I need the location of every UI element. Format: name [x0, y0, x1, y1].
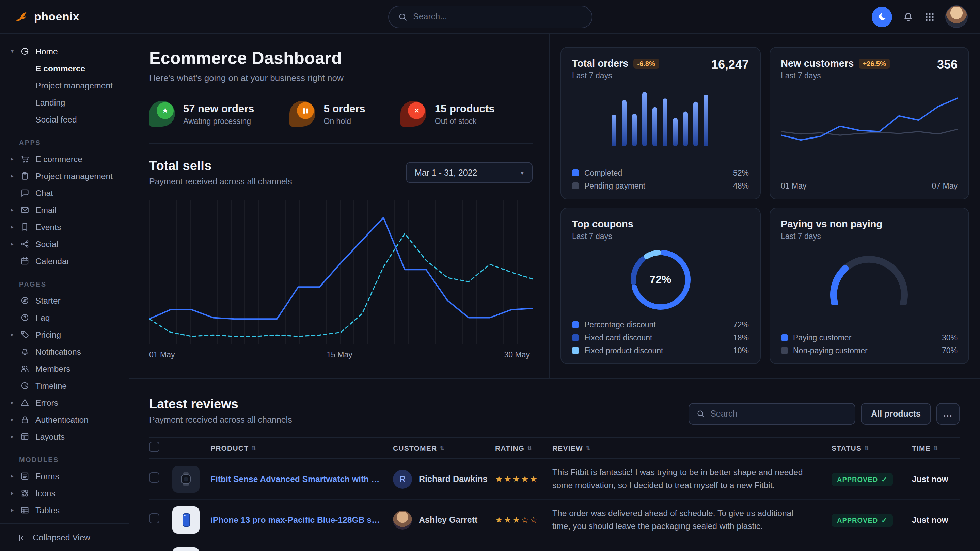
- legend-item: Completed52%: [572, 169, 749, 177]
- sidebar-item-timeline[interactable]: Timeline: [0, 377, 129, 394]
- column-time[interactable]: TIME⇅: [912, 444, 959, 452]
- paying-vs-nonpaying-card: Paying vs non paying Last 7 days Paying …: [769, 208, 969, 364]
- legend-item: Paying customer30%: [781, 333, 958, 342]
- sidebar-item-tables[interactable]: ▸ Tables: [0, 502, 129, 519]
- row-checkbox[interactable]: [149, 472, 159, 483]
- clock-icon: [21, 381, 35, 390]
- sidebar-item-layouts[interactable]: ▸ Layouts: [0, 428, 129, 445]
- chat-icon: [21, 189, 35, 197]
- column-product[interactable]: PRODUCT⇅: [210, 444, 393, 452]
- check-icon: ✓: [881, 475, 888, 483]
- theme-toggle-button[interactable]: [872, 6, 892, 27]
- reviews-search[interactable]: [689, 403, 855, 425]
- apps-grid-icon: [924, 11, 935, 22]
- sort-icon: ⇅: [251, 445, 256, 451]
- status-badge: APPROVED✓: [832, 514, 893, 527]
- sidebar-item-faq[interactable]: Faq: [0, 309, 129, 326]
- sidebar-item-components[interactable]: ▸ Components: [0, 519, 129, 524]
- sidebar-subitem-ecommerce[interactable]: E commerce: [0, 60, 129, 77]
- clipboard-icon: [21, 171, 35, 180]
- top-coupons-card: Top coupons Last 7 days 72% Percentage d…: [560, 208, 760, 364]
- donut-center-value: 72%: [627, 246, 695, 314]
- notifications-button[interactable]: [902, 11, 914, 22]
- sidebar-subitem-social-feed[interactable]: Social feed: [0, 111, 129, 128]
- orders-bar-chart: [609, 86, 712, 148]
- sidebar-item-starter[interactable]: Starter: [0, 292, 129, 309]
- sidebar-item-authentication[interactable]: ▸ Authentication: [0, 411, 129, 428]
- question-circle-icon: [21, 313, 35, 322]
- sort-icon: ⇅: [586, 445, 591, 451]
- top-navbar: phoenix: [0, 0, 980, 34]
- customer-avatar[interactable]: [393, 510, 412, 529]
- pause-icon: [290, 101, 316, 127]
- table-row: Fitbit Sense Advanced Smartwatch with To…: [149, 459, 959, 500]
- global-search[interactable]: [388, 5, 592, 28]
- sidebar-item-icons[interactable]: ▸ Icons: [0, 484, 129, 502]
- sidebar-item-email[interactable]: ▸ Email: [0, 202, 129, 219]
- users-icon: [21, 364, 35, 373]
- customer-cell: R Richard Dawkins: [393, 469, 495, 488]
- legend-item: Percentage discount72%: [572, 321, 749, 329]
- reviews-search-input[interactable]: [710, 409, 847, 419]
- select-all-checkbox[interactable]: [149, 441, 159, 452]
- search-icon: [697, 410, 705, 418]
- product-thumbnail[interactable]: [172, 547, 200, 551]
- sidebar-item-project-management-app[interactable]: ▸ Project management: [0, 167, 129, 184]
- sort-icon: ⇅: [933, 445, 939, 451]
- page-title: Ecommerce Dashboard: [149, 48, 533, 68]
- table-row: iPhone 13 pro max-Pacific Blue-128GB sto…: [149, 500, 959, 540]
- search-icon: [398, 12, 407, 21]
- apps-menu-button[interactable]: [924, 11, 935, 22]
- sidebar-item-errors[interactable]: ▸ Errors: [0, 394, 129, 411]
- product-link: iPhone 13 pro max-Pacific Blue-128GB sto…: [210, 515, 393, 524]
- product-link: Fitbit Sense Advanced Smartwatch with To…: [210, 474, 393, 484]
- chevron-down-icon: ▾: [521, 169, 524, 176]
- sidebar-item-social[interactable]: ▸ Social: [0, 235, 129, 252]
- compass-icon: [21, 296, 35, 305]
- sidebar-subitem-project-management[interactable]: Project management: [0, 77, 129, 94]
- sidebar-section-modules: MODULES: [0, 456, 129, 464]
- sidebar-item-calendar[interactable]: Calendar: [0, 252, 129, 270]
- sidebar-item-forms[interactable]: ▸ Forms: [0, 468, 129, 484]
- sidebar-item-chat[interactable]: Chat: [0, 184, 129, 202]
- total-orders-card: Total orders-6.8% Last 7 days 16,247 Com…: [560, 47, 760, 199]
- sort-icon: ⇅: [864, 445, 869, 451]
- collapse-sidebar-button[interactable]: Collapsed View: [0, 524, 129, 551]
- sidebar-item-members[interactable]: Members: [0, 360, 129, 377]
- chevron-right-icon: ▸: [11, 473, 21, 479]
- product-thumbnail-iphone[interactable]: [172, 506, 200, 533]
- chevron-right-icon: ▸: [11, 507, 21, 513]
- sidebar-subitem-landing[interactable]: Landing: [0, 94, 129, 111]
- sidebar-section-pages: PAGES: [0, 280, 129, 288]
- row-checkbox[interactable]: [149, 513, 159, 524]
- chevron-right-icon: ▸: [11, 207, 21, 213]
- all-products-filter-button[interactable]: All products: [861, 403, 931, 425]
- column-customer[interactable]: CUSTOMER⇅: [393, 444, 495, 452]
- customer-avatar[interactable]: R: [393, 469, 412, 488]
- column-rating[interactable]: RATING⇅: [495, 444, 552, 452]
- column-review[interactable]: REVIEW⇅: [552, 444, 832, 452]
- legend-item: Fixed product discount10%: [572, 346, 749, 355]
- column-status[interactable]: STATUS⇅: [832, 444, 912, 452]
- sidebar-item-notifications[interactable]: Notifications: [0, 343, 129, 360]
- latest-reviews-subtitle: Payment received across all channels: [149, 415, 292, 425]
- stat-new-orders: ★ 57 new ordersAwating processing: [149, 101, 255, 127]
- stat-orders-on-hold: 5 ordersOn hold: [290, 101, 365, 127]
- product-thumbnail-smartwatch[interactable]: [172, 465, 200, 492]
- brand-logo[interactable]: phoenix: [12, 8, 80, 25]
- sidebar-item-pricing[interactable]: ▸ Pricing: [0, 326, 129, 343]
- date-range-select[interactable]: Mar 1 - 31, 2022 ▾: [406, 162, 533, 183]
- rating-stars: ★★★☆☆: [495, 514, 552, 525]
- layout-icon: [21, 432, 35, 441]
- search-input[interactable]: [413, 12, 582, 21]
- sidebar-item-events[interactable]: ▸ Events: [0, 219, 129, 235]
- chevron-right-icon: ▸: [11, 400, 21, 406]
- lock-icon: [21, 415, 35, 424]
- brand-name: phoenix: [34, 10, 80, 24]
- more-options-button[interactable]: ...: [936, 403, 959, 425]
- sidebar-item-ecommerce-app[interactable]: ▸ E commerce: [0, 151, 129, 167]
- collapse-arrow-icon: [18, 533, 27, 542]
- sidebar-item-home[interactable]: ▾ Home: [0, 43, 129, 60]
- user-avatar[interactable]: [945, 5, 968, 28]
- sidebar: ▾ Home E commerce Project management Lan…: [0, 34, 129, 551]
